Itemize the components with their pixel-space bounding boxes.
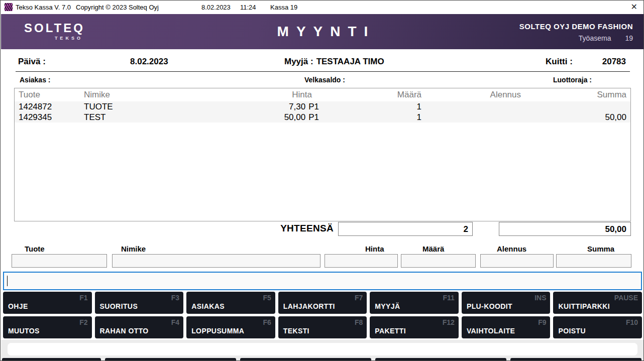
- tuote-input[interactable]: [12, 254, 107, 268]
- button-label: TEKSTI: [283, 327, 309, 335]
- entry-label-hinta: Hinta: [365, 245, 384, 253]
- button-key-badge: F2: [79, 318, 87, 326]
- function-key-button[interactable]: RAHAN OTTO F4: [95, 316, 184, 338]
- button-key-badge: F1: [79, 294, 87, 302]
- button-label: KUITTIPARKKI: [558, 302, 610, 310]
- table-header-row: Tuote Nimike Hinta Määrä Alennus Summa: [15, 88, 630, 101]
- button-key-badge: INS: [534, 294, 546, 302]
- button-label: MUUTOS: [8, 327, 40, 335]
- pos-window: Tekso Kassa V. 7.0 Copyright © 2023 Solt…: [0, 0, 644, 361]
- total-amount-box: 50,00: [499, 222, 631, 236]
- hinta-input[interactable]: [325, 254, 398, 268]
- receipt-items-table: Tuote Nimike Hinta Määrä Alennus Summa 1…: [14, 88, 631, 221]
- maara-input[interactable]: [401, 254, 476, 268]
- price-code: P1: [308, 102, 319, 112]
- summa-input[interactable]: [556, 254, 631, 268]
- total-label: YHTEENSÄ: [242, 223, 334, 234]
- total-quantity-box: 2: [338, 222, 473, 236]
- seller-group: Myyjä :TESTAAJA TIMO: [284, 57, 387, 67]
- function-key-button[interactable]: ASIAKAS F5: [186, 292, 275, 314]
- date-value: 8.02.2023: [130, 57, 168, 67]
- credit-limit-label: Luottoraja :: [553, 76, 592, 84]
- alennus-input[interactable]: [480, 254, 554, 268]
- button-key-badge: F12: [443, 318, 455, 326]
- entry-label-summa: Summa: [587, 245, 614, 253]
- function-key-button[interactable]: MYYJÄ F11: [370, 292, 459, 314]
- function-key-button[interactable]: KUITTIPARKKI PAUSE: [553, 292, 642, 314]
- function-key-button[interactable]: VAIHTOLAITE F9: [462, 316, 551, 338]
- price-value: 7,30: [289, 102, 305, 112]
- cell-hinta: 50,00 P1: [199, 112, 319, 123]
- close-icon[interactable]: ✕: [631, 3, 637, 12]
- button-label: PLU-KOODIT: [467, 302, 512, 310]
- function-key-button[interactable]: MUUTOS F2: [3, 316, 92, 338]
- divider-line: [16, 71, 630, 72]
- copyright-text: Copyright © 2023 Solteq Oyj: [76, 4, 159, 11]
- workstation-number: 19: [625, 34, 633, 42]
- seller-label: Myyjä :: [284, 57, 313, 66]
- col-header-tuote: Tuote: [19, 90, 84, 100]
- clipped-button-row: [2, 358, 642, 361]
- function-key-button[interactable]: OHJE F1: [3, 292, 92, 314]
- store-name: SOLTEQ OYJ DEMO FASHION: [519, 22, 633, 31]
- entry-label-maara: Määrä: [422, 245, 444, 253]
- price-code: P1: [308, 112, 319, 123]
- clipped-button-segment: [105, 358, 236, 361]
- customer-label: Asiakas :: [20, 76, 50, 84]
- clipped-button-segment: [375, 358, 506, 361]
- function-key-button[interactable]: LAHJAKORTTI F7: [278, 292, 367, 314]
- button-key-badge: F7: [355, 294, 363, 302]
- cell-tuote: 1429345: [19, 112, 84, 123]
- col-header-nimike: Nimike: [84, 90, 199, 100]
- cell-summa: 50,00: [521, 112, 626, 123]
- seller-value: TESTAAJA TIMO: [316, 57, 384, 66]
- status-message-bar: [8, 343, 637, 355]
- col-header-hinta: Hinta: [199, 90, 319, 100]
- workstation-info: Työasema19: [519, 34, 633, 42]
- table-row[interactable]: 1424872 TUOTE 7,30 P1 1: [15, 101, 630, 112]
- button-label: VAIHTOLAITE: [467, 327, 515, 335]
- clipped-button-segment: [510, 358, 641, 361]
- button-label: LAHJAKORTTI: [283, 302, 335, 310]
- price-value: 50,00: [284, 112, 306, 123]
- nimike-input[interactable]: [112, 254, 320, 268]
- function-key-button[interactable]: SUORITUS F3: [95, 292, 184, 314]
- button-label: RAHAN OTTO: [100, 327, 149, 335]
- clipped-button-segment: [240, 358, 371, 361]
- cell-maara: 1: [319, 102, 421, 112]
- cell-tuote: 1424872: [19, 102, 84, 112]
- command-input[interactable]: [3, 272, 642, 290]
- app-icon: [5, 3, 13, 11]
- button-key-badge: F8: [355, 318, 363, 326]
- button-label: ASIAKAS: [191, 302, 225, 310]
- button-key-badge: F5: [263, 294, 271, 302]
- button-label: PAKETTI: [375, 327, 406, 335]
- receipt-number: 20783: [573, 57, 626, 67]
- col-header-alennus: Alennus: [421, 90, 521, 100]
- titlebar: Tekso Kassa V. 7.0 Copyright © 2023 Solt…: [1, 1, 643, 14]
- button-key-badge: F10: [626, 318, 638, 326]
- function-key-row-2: MUUTOS F2 RAHAN OTTO F4 LOPPUSUMMA F6 TE…: [3, 316, 642, 338]
- function-key-button[interactable]: LOPPUSUMMA F6: [186, 316, 275, 338]
- button-key-badge: F6: [263, 318, 271, 326]
- titlebar-date: 8.02.2023: [201, 4, 231, 11]
- entry-label-alennus: Alennus: [497, 245, 526, 253]
- cell-maara: 1: [319, 112, 421, 123]
- button-label: POISTU: [558, 327, 586, 335]
- button-key-badge: F9: [538, 318, 546, 326]
- cell-nimike: TEST: [84, 112, 199, 123]
- receipt-label: Kuitti :: [546, 57, 573, 67]
- function-key-button[interactable]: TEKSTI F8: [278, 316, 367, 338]
- function-key-button[interactable]: POISTU F10: [553, 316, 642, 338]
- titlebar-register: Kassa 19: [270, 4, 297, 11]
- table-row[interactable]: 1429345 TEST 50,00 P1 1 50,00: [15, 112, 630, 123]
- function-key-button[interactable]: PAKETTI F12: [370, 316, 459, 338]
- function-key-row-1: OHJE F1 SUORITUS F3 ASIAKAS F5 LAHJAKORT…: [3, 292, 642, 314]
- entry-label-tuote: Tuote: [25, 245, 45, 253]
- text-caret: [7, 276, 8, 286]
- function-key-button[interactable]: PLU-KOODIT INS: [462, 292, 551, 314]
- debt-balance-label: Velkasaldo :: [304, 76, 345, 84]
- button-label: OHJE: [8, 302, 28, 310]
- button-key-badge: F11: [443, 294, 455, 302]
- app-header: SOLTEQ TEKSO MYYNTI SOLTEQ OYJ DEMO FASH…: [1, 14, 644, 49]
